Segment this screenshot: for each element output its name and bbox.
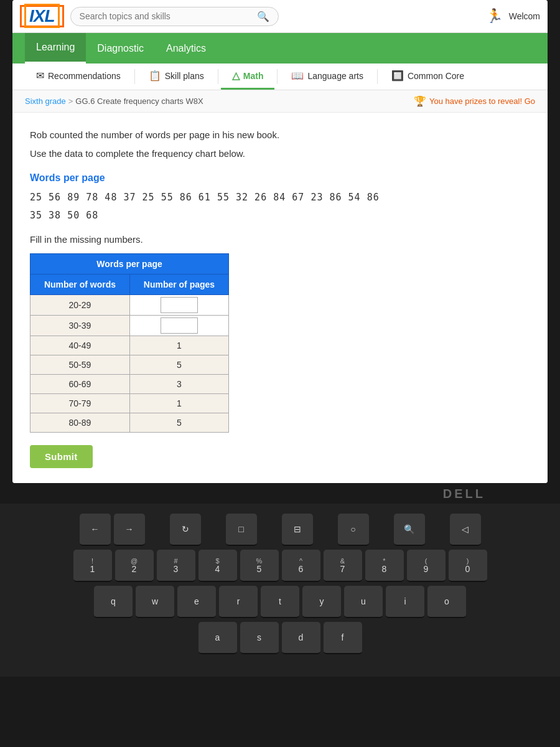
kb-key-e[interactable]: e — [177, 586, 216, 618]
kb-key-w[interactable]: w — [136, 586, 174, 618]
pages-input[interactable] — [161, 297, 198, 313]
commoncore-icon: 🔲 — [391, 70, 404, 82]
ixl-logo: IXL — [20, 5, 64, 27]
words-label: Words per page — [30, 172, 530, 184]
top-bar: IXL 🔍 🏃 Welcom — [12, 0, 548, 33]
range-cell: 70-79 — [30, 394, 130, 413]
divider4 — [377, 69, 378, 84]
table-row: 70-791 — [30, 394, 229, 413]
col-header-range: Number of words — [30, 275, 130, 295]
kb-key-t[interactable]: t — [261, 586, 299, 618]
kb-key-s[interactable]: s — [240, 622, 279, 654]
recommendations-icon: ✉ — [36, 70, 44, 82]
kb-window[interactable]: □ — [226, 514, 257, 546]
subnav-skillplans-label: Skill plans — [165, 71, 204, 81]
kb-search-key[interactable]: 🔍 — [394, 514, 425, 546]
prize-text: You have prizes to reveal! Go — [429, 96, 535, 106]
search-bar[interactable]: 🔍 — [70, 7, 279, 26]
keyboard: ← → ↻ □ ⊟ ○ 🔍 ◁ !1 @2 #3 $4 %5 ^6 &7 *8 … — [0, 504, 560, 677]
nav-bar: Learning Diagnostic Analytics — [12, 33, 548, 63]
kb-asdf-row: a s d f — [6, 622, 554, 654]
range-cell: 20-29 — [30, 295, 130, 316]
table-row: 50-595 — [30, 355, 229, 375]
math-icon: △ — [232, 70, 240, 82]
breadcrumb-grade[interactable]: Sixth grade — [25, 96, 66, 106]
words-section: Words per page 25 56 89 78 48 37 25 55 8… — [30, 172, 530, 224]
kb-key-f[interactable]: f — [324, 622, 362, 654]
col-header-pages: Number of pages — [129, 275, 228, 295]
subnav-languagearts[interactable]: 📖 Language arts — [280, 63, 375, 90]
kb-back-key[interactable]: ◁ — [450, 514, 481, 546]
main-content: Rob counted the number of words per page… — [12, 113, 548, 483]
kb-key-d[interactable]: d — [282, 622, 320, 654]
problem-line1: Rob counted the number of words per page… — [30, 128, 530, 143]
kb-circle[interactable]: ○ — [338, 514, 369, 546]
search-button[interactable]: 🔍 — [257, 11, 269, 22]
breadcrumb-skill: GG.6 Create frequency charts W8X — [75, 96, 203, 106]
subnav-skillplans[interactable]: 📋 Skill plans — [138, 63, 215, 90]
kb-key-3[interactable]: #3 — [157, 550, 195, 582]
subnav-recommendations[interactable]: ✉ Recommendations — [25, 63, 132, 90]
breadcrumb-bar: Sixth grade > GG.6 Create frequency char… — [12, 90, 548, 113]
kb-nav-row: ← → ↻ □ ⊟ ○ 🔍 ◁ — [6, 514, 554, 546]
prize-icon: 🏆 — [414, 95, 426, 107]
problem-line2: Use the data to complete the frequency c… — [30, 146, 530, 161]
words-row2: 35 38 50 68 — [30, 207, 530, 225]
kb-key-2[interactable]: @2 — [115, 550, 154, 582]
pages-input[interactable] — [161, 317, 198, 334]
kb-key-8[interactable]: *8 — [365, 550, 404, 582]
divider — [134, 69, 135, 84]
pages-value-cell: 5 — [129, 413, 228, 433]
kb-forward-arrow[interactable]: → — [114, 514, 145, 546]
kb-key-9[interactable]: (9 — [407, 550, 446, 582]
subnav-commoncore[interactable]: 🔲 Common Core — [380, 63, 475, 90]
pages-value-cell: 1 — [129, 394, 228, 413]
nav-item-learning[interactable]: Learning — [25, 33, 86, 63]
prize-notice: 🏆 You have prizes to reveal! Go — [414, 95, 535, 107]
kb-key-7[interactable]: &7 — [324, 550, 362, 582]
kb-key-5[interactable]: %5 — [240, 550, 279, 582]
kb-split[interactable]: ⊟ — [282, 514, 313, 546]
languagearts-icon: 📖 — [291, 70, 304, 82]
kb-key-o[interactable]: o — [427, 586, 466, 618]
subnav-commoncore-label: Common Core — [408, 71, 464, 81]
table-row: 60-693 — [30, 375, 229, 394]
range-cell: 30-39 — [30, 316, 130, 336]
pages-input-cell[interactable] — [129, 295, 228, 316]
kb-key-u[interactable]: u — [344, 586, 383, 618]
breadcrumb: Sixth grade > GG.6 Create frequency char… — [25, 96, 203, 106]
kb-key-r[interactable]: r — [219, 586, 258, 618]
search-input[interactable] — [80, 11, 257, 21]
fill-instruction: Fill in the missing numbers. — [30, 234, 530, 245]
kb-key-4[interactable]: $4 — [198, 550, 237, 582]
range-cell: 60-69 — [30, 375, 130, 394]
kb-key-i[interactable]: i — [386, 586, 424, 618]
kb-key-y[interactable]: y — [302, 586, 341, 618]
kb-qwerty-row: q w e r t y u i o — [6, 586, 554, 618]
subnav-recommendations-label: Recommendations — [48, 71, 121, 81]
divider2 — [218, 69, 218, 84]
range-cell: 40-49 — [30, 336, 130, 355]
table-row: 30-39 — [30, 316, 229, 336]
skillplans-icon: 📋 — [149, 70, 161, 82]
pages-input-cell[interactable] — [129, 316, 228, 336]
kb-key-0[interactable]: )0 — [449, 550, 487, 582]
kb-key-1[interactable]: !1 — [73, 550, 112, 582]
kb-refresh[interactable]: ↻ — [170, 514, 201, 546]
submit-button[interactable]: Submit — [30, 445, 93, 468]
kb-key-q[interactable]: q — [94, 586, 133, 618]
subnav-languagearts-label: Language arts — [307, 71, 363, 81]
range-cell: 80-89 — [30, 413, 130, 433]
kb-key-6[interactable]: ^6 — [282, 550, 320, 582]
words-row1: 25 56 89 78 48 37 25 55 86 61 55 32 26 8… — [30, 189, 530, 207]
table-header-words: Words per page — [30, 254, 229, 275]
table-row: 80-895 — [30, 413, 229, 433]
kb-key-a[interactable]: a — [198, 622, 237, 654]
subnav-math[interactable]: △ Math — [221, 63, 275, 90]
table-row: 20-29 — [30, 295, 229, 316]
subnav-math-label: Math — [243, 71, 264, 81]
nav-item-diagnostic[interactable]: Diagnostic — [86, 34, 155, 63]
kb-back-arrow[interactable]: ← — [80, 514, 111, 546]
nav-item-analytics[interactable]: Analytics — [155, 34, 217, 63]
breadcrumb-sep: > — [68, 96, 73, 106]
